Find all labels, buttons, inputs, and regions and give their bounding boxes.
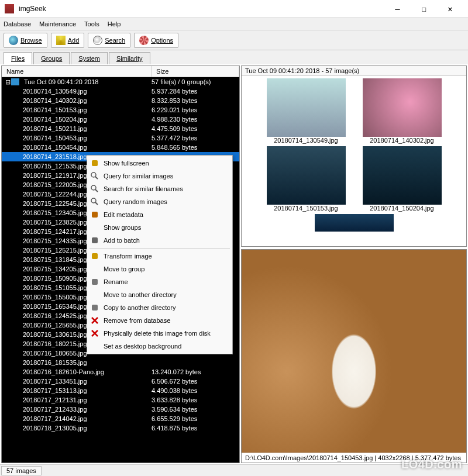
context-menu-item[interactable]: Move to group	[87, 263, 232, 275]
thumbnail-grid[interactable]: 20180714_130549.jpg20180714_140302.jpg20…	[242, 76, 466, 246]
context-menu-item[interactable]: Physically delete this image from disk	[87, 327, 232, 340]
file-name: 20180717_212131.jpg	[6, 396, 152, 403]
menu-maintenance[interactable]: Maintenance	[39, 20, 76, 27]
file-size: 13.240.072 bytes	[152, 368, 239, 375]
tree-row[interactable]: 20180717_133451.jpg6.506.672 bytes	[2, 377, 239, 386]
titlebar: imgSeek — ☐ ✕	[0, 0, 468, 18]
svg-line-6	[95, 202, 98, 205]
file-name: 20180717_153113.jpg	[6, 387, 152, 394]
context-menu-item[interactable]: Copy to another directory	[87, 301, 232, 314]
svg-point-1	[91, 173, 96, 177]
thumbnail-label: 20180714_150153.jpg	[274, 205, 338, 212]
search-icon	[93, 36, 102, 45]
context-menu-label: Show groups	[104, 224, 141, 231]
file-size: 8.332.853 bytes	[152, 97, 239, 104]
thumbnail[interactable]: 20180714_150204.jpg	[355, 146, 449, 212]
thumbnail[interactable]: 20180714_150153.jpg	[259, 146, 353, 212]
context-menu-item[interactable]: Move to another directory	[87, 288, 232, 301]
browse-button[interactable]: Browse	[4, 33, 47, 48]
thumbnail-panel: Tue Oct 09 00:41:20 2018 - 57 image(s) 2…	[241, 65, 467, 247]
tree-col-size[interactable]: Size	[152, 66, 239, 77]
context-menu-label: Query random images	[104, 198, 167, 205]
tree-row[interactable]: 20180714_150453.jpg5.377.472 bytes	[2, 133, 239, 143]
tab-system[interactable]: System	[71, 52, 108, 64]
context-menu-item[interactable]: Show groups	[87, 221, 232, 234]
expand-icon[interactable]: ⊟	[4, 78, 11, 86]
menu-tools[interactable]: Tools	[84, 20, 99, 27]
magnify-icon	[90, 171, 100, 181]
close-button[interactable]: ✕	[437, 0, 463, 17]
context-menu-item[interactable]: Edit metadata	[87, 208, 232, 221]
add-button[interactable]: Add	[51, 33, 85, 48]
tree-row[interactable]: 20180714_150454.jpg5.848.565 bytes	[2, 143, 239, 152]
tree-row[interactable]: 20180716_181535.jpg	[2, 358, 239, 367]
maximize-button[interactable]: ☐	[411, 0, 437, 17]
file-size: 3.590.634 bytes	[152, 406, 239, 413]
file-size: 5.937.284 bytes	[152, 88, 239, 95]
tab-files[interactable]: Files	[4, 52, 32, 64]
context-menu-item[interactable]: Remove from database	[87, 314, 232, 327]
context-menu: Show fullscreenQuery for similar imagesS…	[87, 155, 233, 354]
tree-row[interactable]: 20180714_150211.jpg4.475.509 bytes	[2, 124, 239, 133]
svg-line-2	[95, 177, 98, 179]
disk-icon	[90, 303, 100, 312]
add-label: Add	[68, 37, 80, 44]
context-menu-label: Edit metadata	[104, 211, 143, 218]
tab-groups[interactable]: Groups	[33, 52, 70, 64]
thumbnail-image	[267, 146, 346, 205]
preview-image[interactable]	[242, 250, 466, 453]
search-label: Search	[105, 37, 125, 44]
tree-root[interactable]: ⊟Tue Oct 09 00:41:20 201857 file(s) / 0 …	[2, 77, 239, 87]
context-menu-label: Transform image	[104, 253, 152, 260]
context-menu-item[interactable]: Rename	[87, 275, 232, 288]
tree-row[interactable]: 20180717_212131.jpg3.633.828 bytes	[2, 395, 239, 405]
tree-row[interactable]: 20180714_150153.jpg6.229.021 bytes	[2, 105, 239, 115]
menu-help[interactable]: Help	[108, 20, 121, 27]
menu-database[interactable]: Database	[4, 20, 31, 27]
thumbnail-label: 20180714_150204.jpg	[370, 205, 434, 212]
context-menu-item[interactable]: Transform image	[87, 250, 232, 263]
svg-rect-10	[92, 279, 98, 285]
statusbar: 57 images	[0, 464, 468, 476]
thumbnail[interactable]	[307, 214, 401, 232]
person-icon	[90, 251, 100, 261]
tree-row[interactable]: 20180718_213005.jpg6.418.875 bytes	[2, 423, 239, 433]
thumbnail[interactable]: 20180714_130549.jpg	[259, 78, 353, 144]
tree-row[interactable]: 20180717_153113.jpg4.490.038 bytes	[2, 386, 239, 395]
file-name: 20180718_213005.jpg	[6, 425, 152, 432]
context-menu-label: Set as desktop background	[104, 343, 181, 350]
file-name: 20180717_133451.jpg	[6, 378, 152, 385]
tree-row[interactable]: 20180714_150204.jpg4.988.230 bytes	[2, 115, 239, 124]
thumbnail[interactable]: 20180714_140302.jpg	[355, 78, 449, 144]
context-menu-item[interactable]: Set as desktop background	[87, 340, 232, 353]
file-size: 4.475.509 bytes	[152, 125, 239, 132]
file-name: 20180717_212433.jpg	[6, 406, 152, 413]
tree-row[interactable]: 20180714_130549.jpg5.937.284 bytes	[2, 87, 239, 96]
tab-similarity[interactable]: Similarity	[109, 52, 150, 64]
menubar: Database Maintenance Tools Help	[0, 18, 468, 30]
file-size: 5.377.472 bytes	[152, 134, 239, 142]
context-menu-label: Query for similar images	[104, 173, 173, 180]
svg-rect-11	[92, 305, 98, 311]
context-menu-item[interactable]: Add to batch	[87, 234, 232, 247]
svg-point-3	[91, 185, 96, 190]
options-button[interactable]: Options	[134, 33, 178, 48]
folder-icon	[11, 78, 19, 85]
file-name: 20180714_140302.jpg	[6, 97, 152, 104]
tree-row[interactable]: 20180716_182610-Pano.jpg13.240.072 bytes	[2, 367, 239, 377]
context-menu-item[interactable]: Search for similar filenames	[87, 182, 232, 195]
tree-row[interactable]: 20180714_140302.jpg8.332.853 bytes	[2, 96, 239, 105]
tree-col-name[interactable]: Name	[2, 66, 152, 77]
context-menu-item[interactable]: Query random images	[87, 195, 232, 208]
minimize-button[interactable]: —	[384, 0, 411, 17]
search-button[interactable]: Search	[88, 33, 130, 48]
context-menu-label: Move to another directory	[104, 291, 177, 298]
context-menu-item[interactable]: Query for similar images	[87, 170, 232, 182]
tree-row[interactable]: 20180717_214042.jpg6.655.529 bytes	[2, 414, 239, 423]
thumbnail-label: 20180714_130549.jpg	[274, 137, 338, 144]
delete-icon	[90, 329, 100, 338]
thumbnail-image	[267, 78, 346, 137]
context-menu-item[interactable]: Show fullscreen	[87, 157, 232, 170]
tabstrip: Files Groups System Similarity	[0, 50, 468, 64]
tree-row[interactable]: 20180717_212433.jpg3.590.634 bytes	[2, 405, 239, 414]
